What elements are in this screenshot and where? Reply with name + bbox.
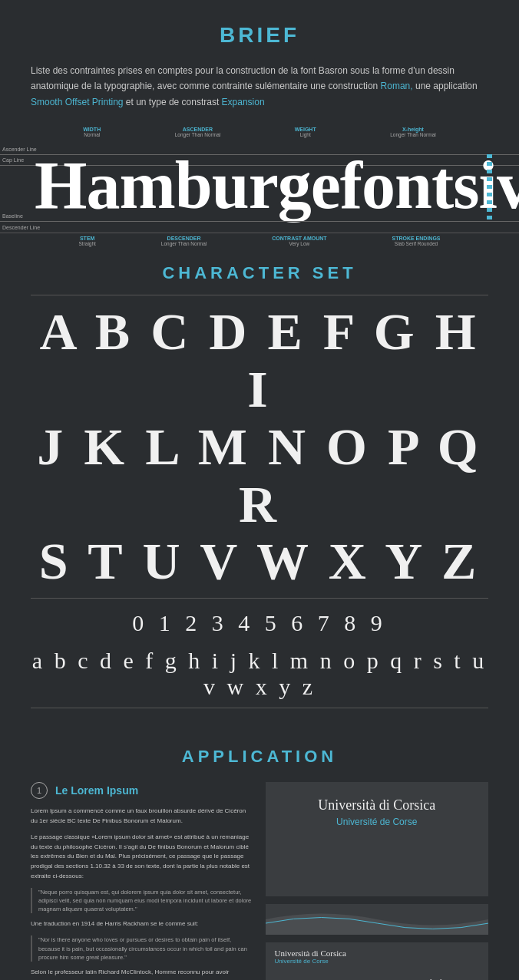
alphabet-lower: a b c d e f g h i j k l m n o p q r s t … <box>31 648 488 700</box>
character-set-section: CHARACTER SET A B C D E F G H I J K L M … <box>0 248 519 731</box>
application-title: APPLICATION <box>31 747 488 767</box>
anatomy-label-contrast: CONTRAST AMOUNT Very Low <box>272 236 326 246</box>
app-left: 1 Le Lorem Ipsum Lorem Ipsum a commencé … <box>31 782 254 980</box>
brief-section: BRIEF Liste des contraintes prises en co… <box>0 0 519 125</box>
descender-line-label: Descender Line <box>2 225 40 230</box>
anatomy-label-xheight: X-height Longer Than Normal <box>390 127 436 137</box>
lorem-para2: Le passage classique «Lorem ipsum dolor … <box>31 833 254 882</box>
wave-card <box>266 904 489 935</box>
anatomy-label-stroke: STROKE ENDINGS Slab Serif Rounded <box>392 236 440 246</box>
descender-line <box>0 233 519 233</box>
university-card-main: Università di Corsica Université de Cors… <box>266 782 489 896</box>
alphabet-numbers: 0 1 2 3 4 5 6 7 8 9 <box>31 610 488 636</box>
lorem-quote1: "Neque porro quisquam est, qui dolorem i… <box>31 888 254 914</box>
divider-bottom <box>31 708 488 708</box>
lorem-title: Le Lorem Ipsum <box>55 784 138 797</box>
baseline <box>0 221 519 222</box>
brief-title: BRIEF <box>31 23 488 48</box>
anatomy-label-weight: WEIGHT Light <box>295 127 316 137</box>
lorem-header: 1 Le Lorem Ipsum <box>31 782 254 799</box>
blue-bar <box>487 152 492 219</box>
character-set-title: CHARACTER SET <box>31 263 488 283</box>
anatomy-section: WIDTH Normal ASCENDER Longer Than Normal… <box>0 125 519 248</box>
brief-text: Liste des contraintes prises en comptes … <box>31 63 488 110</box>
wave-svg <box>266 904 489 935</box>
application-section: APPLICATION 1 Le Lorem Ipsum Lorem Ipsum… <box>0 731 519 980</box>
baseline-label: Baseline <box>2 213 23 219</box>
university-card-small: Università di Corsica Université de Cors… <box>266 942 489 971</box>
university-sub-main: Université de Corse <box>281 817 474 827</box>
cap-line-label: Cap Line <box>2 157 24 163</box>
lorem-para1: Lorem Ipsum a commencé comme un faux bro… <box>31 807 254 827</box>
anatomy-label-descender: DESCENDER Longer Than Normal <box>161 236 207 246</box>
hamburger-text: Hamburgefontsiv <box>35 152 519 219</box>
university-sub-small: Université de Corse <box>275 958 480 965</box>
university-name-small: Università di Corsica <box>275 949 480 958</box>
lorem-translation: Une traduction en 1914 de Harris Rackham… <box>31 919 254 929</box>
lorem-number: 1 <box>31 782 48 799</box>
app-content: 1 Le Lorem Ipsum Lorem Ipsum a commencé … <box>31 782 488 980</box>
divider-top <box>31 295 488 295</box>
anatomy-label-width: WIDTH Normal <box>83 127 101 137</box>
ascender-line-label: Ascender Line <box>2 147 37 152</box>
anatomy-label-ascender: ASCENDER Longer Than Normal <box>175 127 221 137</box>
divider-mid <box>31 598 488 599</box>
contact-card: +33 6 45 14 06 14 ludo.d@pm.me 20250 Cor… <box>266 971 489 980</box>
university-contact-card: Università di Corsica Université de Cors… <box>266 942 489 980</box>
university-name-main: Università di Corsica <box>281 797 474 813</box>
alphabet-upper: A B C D E F G H I J K L M N O P Q R S T … <box>31 303 488 590</box>
lorem-quote2: "Nor is there anyone who loves or pursue… <box>31 935 254 962</box>
anatomy-label-stem: STEM Straight <box>78 236 95 246</box>
lorem-author: Selon le professeur latin Richard McClin… <box>31 968 254 980</box>
app-right: Università di Corsica Université de Cors… <box>266 782 489 980</box>
